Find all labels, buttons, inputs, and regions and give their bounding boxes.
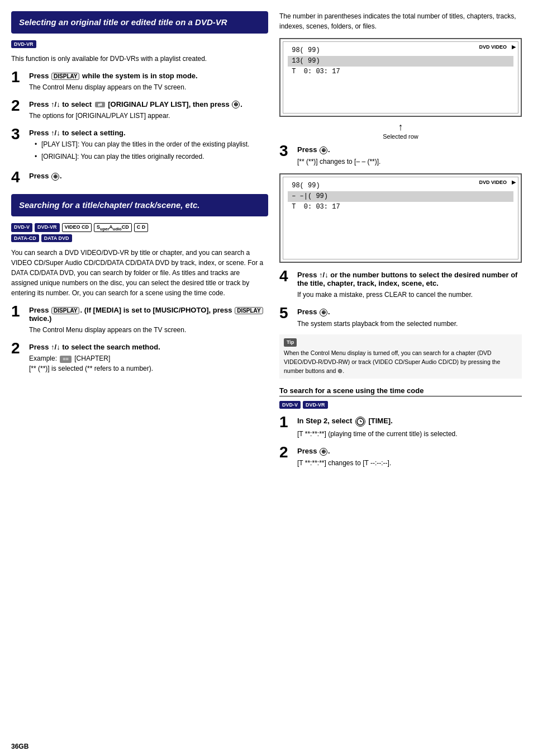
dvd-line2-7: [288, 245, 513, 256]
section1: Selecting an original title or edited ti…: [11, 11, 268, 185]
sub-step1: 1 In Step 2, select [TIME].: [279, 414, 522, 439]
step1-number: 1: [11, 69, 25, 85]
selected-row-label: ↑ Selected row: [279, 121, 522, 140]
clock-svg: [356, 418, 364, 426]
tip-text: When the Control Menu display is turned …: [284, 349, 517, 375]
tip-box: Tip When the Control Menu display is tur…: [279, 334, 522, 379]
sub-badge-dvd-v: DVD-V: [279, 401, 301, 409]
s2-step2-body: Example: ≡≡ [CHAPTER] [** (**)] is selec…: [29, 353, 268, 374]
section1-intro: This function is only available for DVD-…: [11, 54, 268, 64]
section1-step4: 4 Press ⊕.: [11, 169, 268, 185]
badge-super-audio: SuperAudioCD: [94, 223, 132, 233]
dvd-display2-inner: ▶ DVD VIDEO 98( 99) – –|( 99) T 0: 03: 1…: [283, 177, 518, 259]
section1-step3: 3 Press ↑/↓ to select a setting. [PLAY L…: [11, 126, 268, 164]
dvd-line2-2: – –|( 99): [288, 191, 513, 202]
s2-step2-number: 2: [11, 341, 25, 356]
section2-badges: DVD-V DVD-VR VIDEO CD SuperAudioCD C D: [11, 223, 268, 233]
right-step4-body: If you make a mistake, press CLEAR to ca…: [297, 290, 522, 300]
page-footer: 36GB: [11, 743, 28, 750]
step2-content: Press ↑/↓ to select ⇄ [ORIGINAL/ PLAY LI…: [29, 98, 268, 121]
display-kbd: DISPLAY: [51, 73, 79, 80]
step4-content: Press ⊕.: [29, 169, 268, 183]
s2-step1-body: The Control Menu display appears on the …: [29, 325, 268, 335]
badge-dvd-vr2: DVD-VR: [35, 223, 60, 233]
badge-data-dvd: DATA DVD: [41, 234, 72, 242]
sub-step2-body: [T **:**:**] changes to [T --:--:--].: [297, 458, 522, 468]
section2-step1: 1 Press DISPLAY. (If [MEDIA] is set to […: [11, 304, 268, 335]
step4-title: Press ⊕.: [29, 172, 268, 181]
dvd-line1-6: [288, 99, 513, 110]
step4-number: 4: [11, 169, 25, 185]
sub-step1-content: In Step 2, select [TIME]. [T **:**:**] (…: [297, 414, 522, 439]
s2-step1-number: 1: [11, 304, 25, 319]
time-icon: [355, 417, 365, 427]
right-step5-body: The system starts playback from the sele…: [297, 319, 522, 329]
dvd-line1-3: T 0: 03: 17: [288, 67, 513, 77]
right-step5-number: 5: [279, 305, 293, 321]
subsection: To search for a scene using the time cod…: [279, 386, 522, 468]
s2-step2-title: Press ↑/↓ to select the search method.: [29, 343, 268, 351]
dvd-line2-3: T 0: 03: 17: [288, 202, 513, 212]
right-step4-number: 4: [279, 268, 293, 284]
display-kbd3: DISPLAY: [235, 307, 263, 314]
section2-intro: You can search a DVD VIDEO/DVD-VR by tit…: [11, 248, 268, 298]
step2-title: Press ↑/↓ to select ⇄ [ORIGINAL/ PLAY LI…: [29, 100, 268, 109]
right-step4-content: Press ↑/↓ or the number buttons to selec…: [297, 268, 522, 300]
step3-content: Press ↑/↓ to select a setting. [PLAY LIS…: [29, 126, 268, 164]
enter-btn3: ⊕: [320, 147, 327, 154]
enter-btn: ⊕: [232, 101, 240, 108]
right-intro: The number in parentheses indicates the …: [279, 11, 522, 31]
s2-step1-content: Press DISPLAY. (If [MEDIA] is set to [MU…: [29, 304, 268, 335]
section2-badges2: DATA-CD DATA DVD: [11, 234, 268, 242]
badge-dvd-v: DVD-V: [11, 223, 32, 233]
tip-label: Tip: [284, 338, 297, 347]
original-icon: ⇄: [95, 102, 105, 107]
step2-body: The options for [ORIGINAL/PLAY LIST] app…: [29, 111, 268, 121]
page-suffix: GB: [18, 743, 28, 750]
badge-cd: C D: [134, 223, 149, 233]
enter-btn5: ⊕: [320, 309, 327, 316]
badge-video-cd: VIDEO CD: [62, 223, 92, 233]
sub-step2-content: Press ⊕. [T **:**:**] changes to [T --:-…: [297, 445, 522, 468]
dvd-display1-outer: ▶ DVD VIDEO 98( 99) 13( 99) T 0: 03: 17: [279, 38, 522, 117]
right-step3-title: Press ⊕.: [297, 145, 522, 154]
step3-number: 3: [11, 126, 25, 142]
dvd-display1-inner: ▶ DVD VIDEO 98( 99) 13( 99) T 0: 03: 17: [283, 41, 518, 114]
section1-title: Selecting an original title or edited ti…: [11, 11, 268, 34]
step1-content: Press DISPLAY while the system is in sto…: [29, 69, 268, 92]
step3-title: Press ↑/↓ to select a setting.: [29, 129, 268, 137]
dvd-line1-4: [288, 78, 513, 88]
right-step3-number: 3: [279, 143, 293, 159]
section2: Searching for a title/chapter/ track/sce…: [11, 194, 268, 374]
right-step4: 4 Press ↑/↓ or the number buttons to sel…: [279, 268, 522, 300]
right-column: The number in parentheses indicates the …: [279, 11, 522, 474]
section1-badges: DVD-VR: [11, 40, 268, 48]
right-step3-content: Press ⊕. [** (**)] changes to [– – (**)]…: [297, 143, 522, 167]
subsection-title: To search for a scene using the time cod…: [279, 386, 522, 396]
subsection-badges: DVD-V DVD-VR: [279, 401, 522, 409]
section1-step1: 1 Press DISPLAY while the system is in s…: [11, 69, 268, 92]
bullet-playlist: [PLAY LIST]: You can play the titles in …: [35, 139, 268, 149]
sub-step1-title: In Step 2, select [TIME].: [297, 417, 522, 427]
s2-step1-title: Press DISPLAY. (If [MEDIA] is set to [MU…: [29, 306, 268, 323]
sub-step1-body: [T **:**:**] (playing time of the curren…: [297, 429, 522, 439]
dvd-line2-5: [288, 223, 513, 234]
enter-btn2: ⊕: [51, 173, 59, 181]
enter-btn-sub: ⊕: [320, 448, 327, 456]
right-step5-content: Press ⊕. The system starts playback from…: [297, 305, 522, 329]
chapter-icon: ≡≡: [60, 356, 72, 363]
page-number: 36: [11, 743, 18, 750]
step2-number: 2: [11, 98, 25, 114]
dvd-line2-6: [288, 234, 513, 245]
section2-title: Searching for a title/chapter/ track/sce…: [11, 194, 268, 216]
display2-container: ▶ DVD VIDEO 98( 99) – –|( 99) T 0: 03: 1…: [279, 173, 522, 263]
sub-step2-number: 2: [279, 445, 293, 460]
section2-step2: 2 Press ↑/↓ to select the search method.…: [11, 341, 268, 374]
display1-container: ▶ DVD VIDEO 98( 99) 13( 99) T 0: 03: 17 …: [279, 38, 522, 140]
display-kbd2: DISPLAY: [51, 307, 79, 314]
dvd-video-label-1: DVD VIDEO: [479, 44, 507, 50]
right-step5: 5 Press ⊕. The system starts playback fr…: [279, 305, 522, 329]
right-step3-body: [** (**)] changes to [– – (**)].: [297, 157, 522, 167]
sub-step2: 2 Press ⊕. [T **:**:**] changes to [T --…: [279, 445, 522, 468]
sub-step2-title: Press ⊕.: [297, 447, 522, 456]
